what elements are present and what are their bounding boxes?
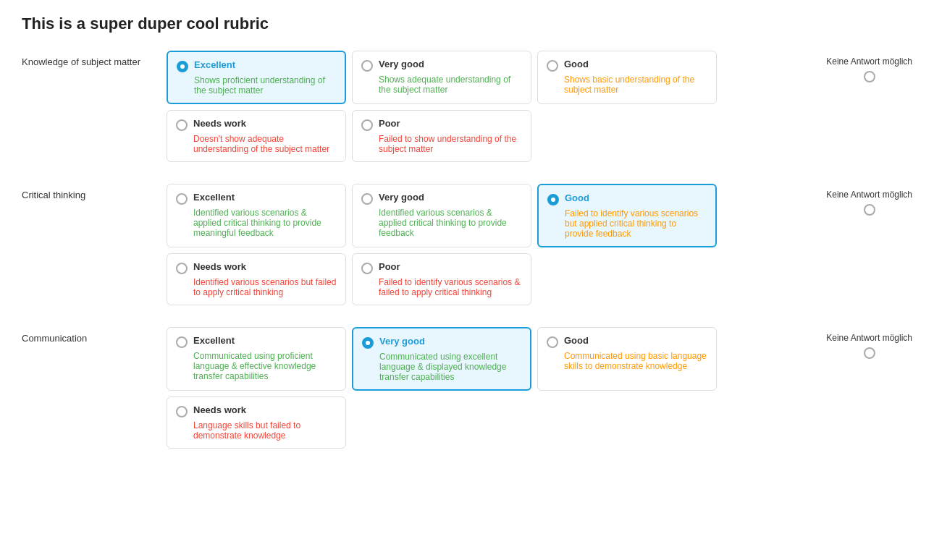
keine-antwort-communication[interactable]: Keine Antwort möglich — [826, 327, 912, 359]
card-critical-excellent[interactable]: ExcellentIdentified various scenarios & … — [167, 184, 346, 247]
criterion-label-knowledge: Knowledge of subject matter — [22, 51, 167, 67]
card-comm-verygood[interactable]: Very goodCommunicated using excellent la… — [352, 327, 531, 391]
card-critical-poor[interactable]: PoorFailed to identify various scenarios… — [352, 253, 531, 305]
card-knowledge-needswork[interactable]: Needs workDoesn't show adequate understa… — [167, 110, 346, 162]
card-title-comm-excellent: Excellent — [193, 335, 235, 346]
radio-critical-needswork[interactable] — [176, 263, 188, 274]
card-desc-critical-needswork: Identified various scenarios but failed … — [176, 277, 337, 297]
card-desc-knowledge-poor: Failed to show understanding of the subj… — [361, 134, 522, 154]
criterion-label-communication: Communication — [22, 327, 167, 344]
card-knowledge-good[interactable]: GoodShows basic understanding of the sub… — [537, 51, 717, 104]
section-knowledge: Knowledge of subject matterExcellentShow… — [22, 51, 912, 162]
keine-radio-communication[interactable] — [864, 347, 875, 359]
radio-comm-excellent[interactable] — [176, 336, 188, 348]
keine-antwort-knowledge[interactable]: Keine Antwort möglich — [826, 51, 912, 82]
radio-knowledge-verygood[interactable] — [361, 60, 373, 72]
keine-label-critical: Keine Antwort möglich — [826, 190, 912, 200]
card-desc-comm-good: Communicated using basic language skills… — [547, 351, 707, 371]
radio-comm-needswork[interactable] — [176, 406, 188, 417]
keine-radio-knowledge[interactable] — [864, 71, 875, 82]
card-title-comm-needswork: Needs work — [193, 404, 246, 415]
keine-label-knowledge: Keine Antwort möglich — [826, 56, 912, 67]
radio-comm-good[interactable] — [547, 336, 558, 348]
card-title-knowledge-verygood: Very good — [379, 59, 424, 69]
card-title-knowledge-excellent: Excellent — [194, 59, 235, 70]
page-title: This is a super duper cool rubric — [22, 14, 912, 33]
radio-critical-good[interactable] — [547, 194, 559, 205]
keine-label-communication: Keine Antwort möglich — [826, 333, 912, 343]
card-desc-critical-good: Failed to identify various scenarios but… — [547, 208, 707, 239]
card-title-knowledge-good: Good — [564, 59, 589, 69]
radio-critical-poor[interactable] — [361, 263, 373, 274]
card-title-critical-verygood: Very good — [379, 192, 424, 203]
cards-area-knowledge: ExcellentShows proficient understanding … — [167, 51, 826, 162]
card-desc-knowledge-good: Shows basic understanding of the subject… — [547, 75, 707, 95]
radio-knowledge-needswork[interactable] — [176, 119, 188, 131]
card-desc-knowledge-needswork: Doesn't show adequate understanding of t… — [176, 134, 337, 154]
card-title-critical-excellent: Excellent — [193, 192, 235, 203]
radio-critical-excellent[interactable] — [176, 193, 188, 205]
radio-comm-verygood[interactable] — [362, 337, 374, 349]
card-title-comm-verygood: Very good — [379, 336, 425, 347]
card-title-knowledge-poor: Poor — [379, 118, 400, 129]
card-comm-excellent[interactable]: ExcellentCommunicated using proficient l… — [167, 327, 346, 391]
card-title-critical-needswork: Needs work — [193, 261, 246, 272]
criterion-label-critical: Critical thinking — [22, 184, 167, 200]
card-desc-comm-excellent: Communicated using proficient language &… — [176, 351, 337, 381]
card-desc-critical-excellent: Identified various scenarios & applied c… — [176, 208, 337, 238]
radio-knowledge-poor[interactable] — [361, 119, 373, 131]
card-critical-verygood[interactable]: Very goodIdentified various scenarios & … — [352, 184, 531, 247]
card-title-critical-poor: Poor — [379, 261, 400, 272]
cards-area-critical: ExcellentIdentified various scenarios & … — [167, 184, 826, 305]
card-critical-needswork[interactable]: Needs workIdentified various scenarios b… — [167, 253, 346, 305]
card-comm-good[interactable]: GoodCommunicated using basic language sk… — [537, 327, 717, 391]
card-title-critical-good: Good — [565, 192, 589, 203]
card-title-comm-good: Good — [564, 335, 589, 346]
card-desc-critical-poor: Failed to identify various scenarios & f… — [361, 277, 522, 297]
radio-knowledge-good[interactable] — [547, 60, 558, 72]
card-desc-knowledge-excellent: Shows proficient understanding of the su… — [177, 75, 336, 96]
card-desc-knowledge-verygood: Shows adequate understanding of the subj… — [361, 75, 522, 95]
card-critical-good[interactable]: GoodFailed to identify various scenarios… — [537, 184, 717, 247]
card-comm-needswork[interactable]: Needs workLanguage skills but failed to … — [167, 396, 346, 449]
radio-knowledge-excellent[interactable] — [177, 61, 188, 72]
card-desc-comm-verygood: Communicated using excellent language & … — [362, 352, 521, 382]
card-desc-comm-needswork: Language skills but failed to demonstrat… — [176, 420, 337, 441]
section-communication: CommunicationExcellentCommunicated using… — [22, 327, 912, 449]
card-title-knowledge-needswork: Needs work — [193, 118, 246, 129]
card-desc-critical-verygood: Identified various scenarios & applied c… — [361, 208, 522, 238]
card-knowledge-verygood[interactable]: Very goodShows adequate understanding of… — [352, 51, 531, 104]
cards-area-communication: ExcellentCommunicated using proficient l… — [167, 327, 826, 449]
section-critical: Critical thinkingExcellentIdentified var… — [22, 184, 912, 305]
card-knowledge-excellent[interactable]: ExcellentShows proficient understanding … — [167, 51, 346, 104]
keine-antwort-critical[interactable]: Keine Antwort möglich — [826, 184, 912, 216]
keine-radio-critical[interactable] — [864, 204, 875, 216]
radio-critical-verygood[interactable] — [361, 193, 373, 205]
card-knowledge-poor[interactable]: PoorFailed to show understanding of the … — [352, 110, 531, 162]
